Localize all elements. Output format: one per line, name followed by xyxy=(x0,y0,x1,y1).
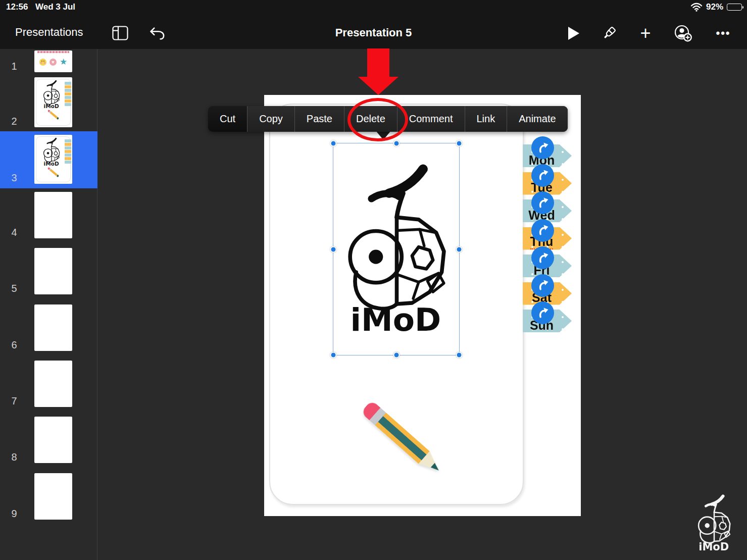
slide-number-3: 3 xyxy=(7,172,21,184)
slide-number-4: 4 xyxy=(7,227,21,238)
slide-number-7: 7 xyxy=(7,395,21,407)
status-date: Wed 3 Jul xyxy=(35,2,75,12)
slide-thumbnail-3[interactable] xyxy=(34,135,72,184)
slide-thumbnail-7[interactable] xyxy=(34,361,72,407)
slide-thumbnail-2[interactable] xyxy=(34,77,72,127)
slide-number-5: 5 xyxy=(7,283,21,294)
selection-handle[interactable] xyxy=(456,246,463,252)
smiling-face-icon xyxy=(39,59,46,66)
day-tag-sun[interactable]: Sun xyxy=(523,301,583,332)
mini-day-tags xyxy=(65,82,71,106)
selection-handle[interactable] xyxy=(393,140,400,147)
battery-icon xyxy=(727,4,742,11)
selection-handle[interactable] xyxy=(330,352,337,359)
slide-number-6: 6 xyxy=(7,339,21,351)
mini-day-tags xyxy=(65,139,71,164)
imod-bird-logo xyxy=(336,145,457,354)
heart-badge-icon: ♥ xyxy=(49,59,57,66)
animation-arrow-icon[interactable] xyxy=(531,301,554,324)
status-right-cluster: 92% xyxy=(690,2,742,12)
wifi-icon xyxy=(690,3,703,12)
status-time: 12:56 xyxy=(6,2,28,12)
slide-layout-icon[interactable] xyxy=(111,24,129,42)
star-icon: ★ xyxy=(60,59,67,66)
slide-number-2: 2 xyxy=(7,116,21,127)
selection-handle[interactable] xyxy=(393,352,400,359)
presentations-back-button[interactable]: Presentations xyxy=(15,26,83,39)
day-tag-tue[interactable]: Tue xyxy=(523,164,583,194)
menu-item-link[interactable]: Link xyxy=(465,106,508,132)
annotation-red-arrow xyxy=(357,48,401,95)
slide-thumbnail-9[interactable] xyxy=(34,473,72,520)
slide-number-1: 1 xyxy=(7,61,21,72)
collaborate-icon[interactable] xyxy=(673,24,695,42)
mini-imod-logo xyxy=(41,137,62,167)
selection-handle[interactable] xyxy=(330,140,337,147)
menu-item-cut[interactable]: Cut xyxy=(208,106,247,132)
slide-thumbnail-5[interactable] xyxy=(34,248,72,294)
slide-thumbnail-1[interactable]: ♥★ xyxy=(34,50,72,72)
menu-item-delete[interactable]: Delete xyxy=(344,106,397,132)
animation-arrow-icon[interactable] xyxy=(531,191,554,214)
battery-percent: 92% xyxy=(706,2,723,12)
slide-thumbnail-8[interactable] xyxy=(34,417,72,463)
animation-arrow-icon[interactable] xyxy=(531,164,554,187)
selection-handle[interactable] xyxy=(330,246,337,252)
add-object-icon[interactable]: + xyxy=(636,24,655,42)
animation-arrow-icon[interactable] xyxy=(531,219,554,242)
slide-number-8: 8 xyxy=(7,451,21,463)
emoji-row: ♥★ xyxy=(34,59,72,66)
day-tag-sat[interactable]: Sat xyxy=(523,274,583,304)
day-tag-wed[interactable]: Wed xyxy=(523,191,583,222)
slide-number-9: 9 xyxy=(7,508,21,520)
day-tag-mon[interactable]: Mon xyxy=(523,136,583,167)
animation-arrow-icon[interactable] xyxy=(531,136,554,159)
play-icon[interactable] xyxy=(565,24,583,42)
top-bar: 12:56 Wed 3 Jul 92% Presentations Presen… xyxy=(0,0,747,49)
format-brush-icon[interactable] xyxy=(600,24,618,42)
day-tag-thu[interactable]: Thu xyxy=(523,219,583,249)
mini-imod-logo xyxy=(41,80,62,109)
menu-item-comment[interactable]: Comment xyxy=(397,106,465,132)
day-tag-fri[interactable]: Fri xyxy=(523,246,583,277)
more-icon[interactable]: ••• xyxy=(714,24,732,42)
menu-item-paste[interactable]: Paste xyxy=(295,106,344,132)
animation-arrow-icon[interactable] xyxy=(531,246,554,269)
imod-watermark xyxy=(694,492,734,554)
selection-handle[interactable] xyxy=(456,352,463,359)
menu-item-animate[interactable]: Animate xyxy=(507,106,567,132)
menu-item-copy[interactable]: Copy xyxy=(247,106,295,132)
slide-thumbnail-6[interactable] xyxy=(34,304,72,351)
undo-icon[interactable] xyxy=(147,24,166,42)
cropped-title-text xyxy=(37,51,69,53)
selected-image-object[interactable] xyxy=(333,143,460,355)
slide-navigator: 1♥★23456789+ xyxy=(0,49,97,560)
slide-canvas[interactable]: MonTueWedThuFriSatSun xyxy=(264,95,581,516)
context-menu-caret xyxy=(376,131,391,140)
animation-arrow-icon[interactable] xyxy=(531,274,554,297)
selection-handle[interactable] xyxy=(456,140,463,147)
slide-thumbnail-4[interactable] xyxy=(34,192,72,238)
context-menu: CutCopyPasteDeleteCommentLinkAnimate xyxy=(208,106,568,132)
